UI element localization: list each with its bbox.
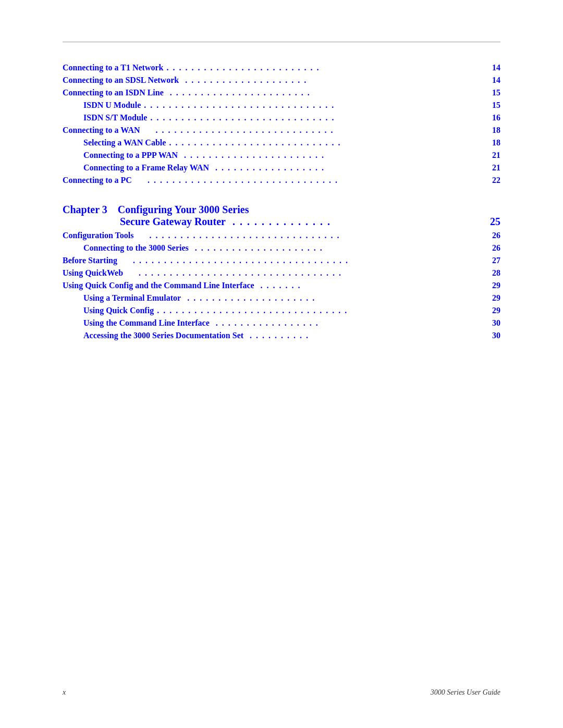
toc-label-connecting-wan: Connecting to a WAN — [63, 126, 140, 135]
toc-label-command-line: Using the Command Line Interface — [83, 318, 210, 328]
page: Connecting to a T1 Network . . . . . . .… — [0, 0, 563, 728]
toc-entry-using-quickweb[interactable]: Using QuickWeb . . . . . . . . . . . . .… — [63, 268, 500, 278]
toc-entry-before-starting[interactable]: Before Starting . . . . . . . . . . . . … — [63, 256, 500, 265]
toc-entry-accessing-docs[interactable]: Accessing the 3000 Series Documentation … — [63, 331, 500, 340]
toc-entry-sdsl-network[interactable]: Connecting to an SDSL Network . . . . . … — [63, 76, 500, 85]
chapter3-subtitle-page: 25 — [490, 216, 500, 228]
toc-label-quick-config: Using Quick Config — [83, 306, 154, 315]
toc-label-connecting-pc: Connecting to a PC — [63, 176, 132, 185]
toc-label-isdn-u-module: ISDN U Module — [83, 101, 141, 110]
toc-entry-selecting-wan-cable[interactable]: Selecting a WAN Cable . . . . . . . . . … — [63, 138, 500, 147]
toc-label-isdn-line: Connecting to an ISDN Line — [63, 88, 164, 97]
toc-label-connecting-ppp-wan: Connecting to a PPP WAN — [83, 151, 178, 160]
top-divider — [63, 42, 500, 42]
toc-entry-connecting-wan[interactable]: Connecting to a WAN . . . . . . . . . . … — [63, 126, 500, 135]
toc-page-sdsl-network: 14 — [492, 76, 500, 85]
toc-page-isdn-st-module: 16 — [492, 113, 500, 122]
chapter3-subtitle-dots: . . . . . . . . . . . . . . — [229, 216, 487, 228]
toc-dots-t1-network: . . . . . . . . . . . . . . . . . . . . … — [166, 63, 489, 72]
toc-label-using-quickweb: Using QuickWeb — [63, 268, 123, 278]
toc-page-connecting-frame-relay: 21 — [492, 163, 500, 172]
toc-label-quick-config-cli: Using Quick Config and the Command Line … — [63, 281, 254, 290]
toc-page-connecting-wan: 18 — [492, 126, 500, 135]
toc-page-connecting-ppp-wan: 21 — [492, 151, 500, 160]
chapter3-title-line1[interactable]: Chapter 3 Configuring Your 3000 Series — [63, 204, 500, 216]
toc-label-isdn-st-module: ISDN S/T Module — [83, 113, 147, 122]
toc-page-before-starting: 27 — [492, 256, 500, 265]
toc-entry-isdn-st-module[interactable]: ISDN S/T Module . . . . . . . . . . . . … — [63, 113, 500, 122]
toc-label-t1-network: Connecting to a T1 Network — [63, 63, 163, 72]
toc-entry-isdn-line[interactable]: Connecting to an ISDN Line . . . . . . .… — [63, 88, 500, 97]
toc-entry-connecting-pc[interactable]: Connecting to a PC . . . . . . . . . . .… — [63, 176, 500, 185]
toc-label-config-tools: Configuration Tools — [63, 231, 133, 240]
toc-dots-connecting-wan: . . . . . . . . . . . . . . . . . . . . … — [143, 126, 489, 135]
toc-page-isdn-line: 15 — [492, 88, 500, 97]
toc-entry-t1-network[interactable]: Connecting to a T1 Network . . . . . . .… — [63, 63, 500, 72]
toc-dots-config-tools: . . . . . . . . . . . . . . . . . . . . … — [137, 231, 489, 240]
chapter-label: Chapter 3 — [63, 204, 107, 215]
toc-page-connecting-3000: 26 — [492, 243, 500, 253]
page-footer: x 3000 Series User Guide — [0, 688, 563, 697]
toc-dots-selecting-wan-cable: . . . . . . . . . . . . . . . . . . . . … — [169, 138, 489, 147]
toc-dots-quick-config: . . . . . . . . . . . . . . . . . . . . … — [157, 306, 489, 315]
toc-entry-quick-config[interactable]: Using Quick Config . . . . . . . . . . .… — [63, 306, 500, 315]
toc-dots-before-starting: . . . . . . . . . . . . . . . . . . . . … — [120, 256, 489, 265]
chapter3-subtitle: Secure Gateway Router — [120, 216, 226, 228]
toc-page-isdn-u-module: 15 — [492, 101, 500, 110]
toc-page-quick-config-cli: 29 — [492, 281, 500, 290]
footer-document-title: 3000 Series User Guide — [431, 688, 500, 697]
toc-page-config-tools: 26 — [492, 231, 500, 240]
toc-page-selecting-wan-cable: 18 — [492, 138, 500, 147]
toc-label-selecting-wan-cable: Selecting a WAN Cable — [83, 138, 166, 147]
toc-dots-isdn-u-module: . . . . . . . . . . . . . . . . . . . . … — [144, 101, 489, 110]
toc-dots-terminal-emulator: . . . . . . . . . . . . . . . . . . . . … — [184, 293, 489, 303]
toc-entry-command-line[interactable]: Using the Command Line Interface . . . .… — [63, 318, 500, 328]
toc-dots-sdsl-network: . . . . . . . . . . . . . . . . . . . . — [182, 76, 489, 85]
toc-entry-connecting-ppp-wan[interactable]: Connecting to a PPP WAN . . . . . . . . … — [63, 151, 500, 160]
toc-dots-connecting-pc: . . . . . . . . . . . . . . . . . . . . … — [135, 176, 489, 185]
toc-page-connecting-pc: 22 — [492, 176, 500, 185]
toc-label-sdsl-network: Connecting to an SDSL Network — [63, 76, 179, 85]
toc-entry-terminal-emulator[interactable]: Using a Terminal Emulator . . . . . . . … — [63, 293, 500, 303]
footer-page-number: x — [63, 688, 66, 697]
chapter3-subtitle-line[interactable]: Secure Gateway Router . . . . . . . . . … — [63, 216, 500, 228]
toc-dots-isdn-st-module: . . . . . . . . . . . . . . . . . . . . … — [150, 113, 489, 122]
toc-dots-quick-config-cli: . . . . . . . — [258, 281, 489, 290]
toc-page-accessing-docs: 30 — [492, 331, 500, 340]
toc-dots-isdn-line: . . . . . . . . . . . . . . . . . . . . … — [167, 88, 489, 97]
toc-label-connecting-3000: Connecting to the 3000 Series — [83, 243, 189, 253]
toc-dots-connecting-ppp-wan: . . . . . . . . . . . . . . . . . . . . … — [181, 151, 489, 160]
toc-page-quick-config: 29 — [492, 306, 500, 315]
toc-dots-accessing-docs: . . . . . . . . . . — [247, 331, 489, 340]
toc-page-command-line: 30 — [492, 318, 500, 328]
toc-dots-command-line: . . . . . . . . . . . . . . . . . — [213, 318, 489, 328]
toc-entry-config-tools[interactable]: Configuration Tools . . . . . . . . . . … — [63, 231, 500, 240]
toc-label-connecting-frame-relay: Connecting to a Frame Relay WAN — [83, 163, 209, 172]
toc-label-terminal-emulator: Using a Terminal Emulator — [83, 293, 181, 303]
toc-entry-connecting-frame-relay[interactable]: Connecting to a Frame Relay WAN . . . . … — [63, 163, 500, 172]
toc-dots-connecting-3000: . . . . . . . . . . . . . . . . . . . . … — [192, 243, 489, 253]
chapter-title: Configuring Your 3000 Series — [118, 204, 249, 215]
toc-entry-quick-config-cli[interactable]: Using Quick Config and the Command Line … — [63, 281, 500, 290]
toc-section-2: Configuration Tools . . . . . . . . . . … — [63, 231, 500, 340]
toc-section-1: Connecting to a T1 Network . . . . . . .… — [63, 63, 500, 185]
toc-dots-connecting-frame-relay: . . . . . . . . . . . . . . . . . . — [212, 163, 489, 172]
chapter3-heading: Chapter 3 Configuring Your 3000 Series S… — [63, 204, 500, 228]
toc-label-accessing-docs: Accessing the 3000 Series Documentation … — [83, 331, 243, 340]
toc-dots-using-quickweb: . . . . . . . . . . . . . . . . . . . . … — [126, 268, 489, 278]
toc-page-using-quickweb: 28 — [492, 268, 500, 278]
toc-entry-connecting-3000[interactable]: Connecting to the 3000 Series . . . . . … — [63, 243, 500, 253]
toc-page-terminal-emulator: 29 — [492, 293, 500, 303]
toc-page-t1-network: 14 — [492, 63, 500, 72]
toc-entry-isdn-u-module[interactable]: ISDN U Module . . . . . . . . . . . . . … — [63, 101, 500, 110]
toc-label-before-starting: Before Starting — [63, 256, 117, 265]
